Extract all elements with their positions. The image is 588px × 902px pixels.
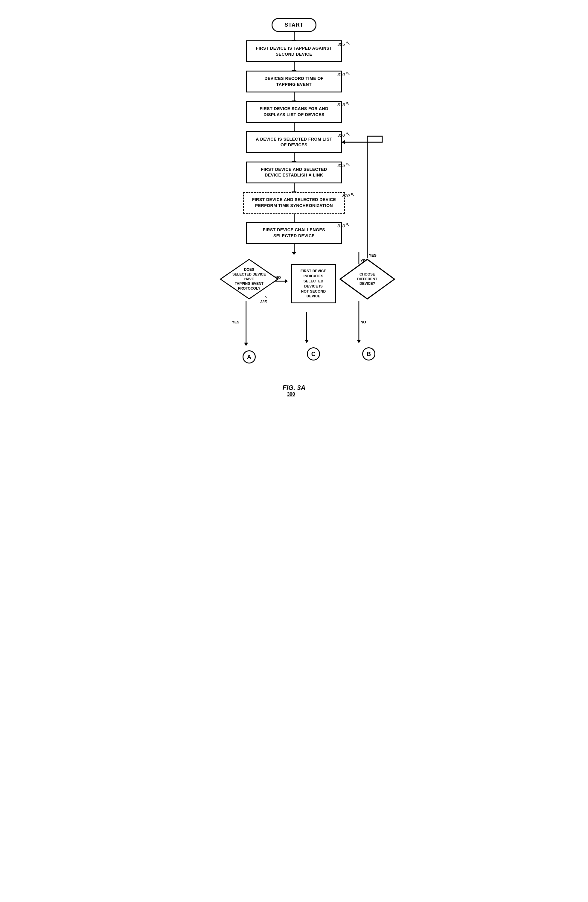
terminal-A: A [242, 350, 256, 363]
diamond-335-text: DOES SELECTED DEVICE HAVE TAPPING EVENT … [219, 258, 279, 300]
node-325: FIRST DEVICE AND SELECTED DEVICE ESTABLI… [246, 161, 342, 183]
ref-310: 310 [337, 72, 345, 77]
node-325-wrapper: FIRST DEVICE AND SELECTED DEVICE ESTABLI… [231, 161, 357, 183]
ref-325: 325 [337, 163, 345, 168]
diamond-365-text: CHOOSE DIFFERENT DEVICE? [339, 258, 396, 300]
node-320: A DEVICE IS SELECTED FROM LIST OF DEVICE… [246, 132, 342, 153]
terminal-C-circle: C [307, 347, 320, 360]
svg-marker-1 [285, 279, 288, 283]
diamond-335: DOES SELECTED DEVICE HAVE TAPPING EVENT … [219, 258, 279, 300]
ref-330: 330 [337, 223, 345, 228]
node-320-wrapper: A DEVICE IS SELECTED FROM LIST OF DEVICE… [231, 132, 357, 153]
terminal-A-circle: A [242, 350, 256, 363]
start-node-wrapper: START [272, 18, 316, 32]
terminal-C: C [307, 347, 320, 360]
node-360: FIRST DEVICE INDICATES SELECTED DEVICE I… [291, 264, 336, 303]
svg-marker-21 [305, 340, 309, 343]
diamond-365: CHOOSE DIFFERENT DEVICE? [339, 258, 396, 300]
page-container: START FIRST DEVICE IS TAPPED AGAINST SEC… [189, 6, 399, 418]
node-305: FIRST DEVICE IS TAPPED AGAINST SECOND DE… [246, 41, 342, 62]
node-370-wrapper: FIRST DEVICE AND SELECTED DEVICE PERFORM… [228, 192, 360, 214]
start-node: START [272, 18, 316, 32]
svg-text:335: 335 [260, 300, 267, 304]
node-315: FIRST DEVICE SCANS FOR AND DISPLAYS LIST… [246, 101, 342, 123]
svg-text:YES: YES [232, 320, 239, 324]
node-310: DEVICES RECORD TIME OF TAPPING EVENT [246, 70, 342, 92]
ref-320: 320 [337, 133, 345, 138]
bottom-section: NO 335 ↖ YES [195, 252, 393, 378]
figure-number: 300 [287, 391, 295, 397]
node-330: FIRST DEVICE CHALLENGES SELECTED DEVICE [246, 222, 342, 244]
flowchart-diagram: START FIRST DEVICE IS TAPPED AGAINST SEC… [195, 18, 393, 400]
ref-305: 305 [337, 42, 345, 47]
svg-marker-6 [244, 343, 248, 346]
node-370: FIRST DEVICE AND SELECTED DEVICE PERFORM… [243, 192, 345, 214]
node-305-wrapper: FIRST DEVICE IS TAPPED AGAINST SECOND DE… [231, 41, 357, 62]
node-315-wrapper: FIRST DEVICE SCANS FOR AND DISPLAYS LIST… [231, 101, 357, 123]
node-360-box: FIRST DEVICE INDICATES SELECTED DEVICE I… [291, 264, 336, 303]
svg-marker-18 [357, 340, 361, 343]
node-330-wrapper: FIRST DEVICE CHALLENGES SELECTED DEVICE … [231, 222, 357, 244]
ref-315: 315 [337, 102, 345, 107]
terminal-B: B [362, 347, 375, 360]
svg-text:NO: NO [361, 320, 366, 324]
terminal-B-circle: B [362, 347, 375, 360]
ref-370: 370 [342, 193, 350, 198]
figure-caption: FIG. 3A [282, 384, 305, 391]
node-310-wrapper: DEVICES RECORD TIME OF TAPPING EVENT 310… [231, 70, 357, 92]
